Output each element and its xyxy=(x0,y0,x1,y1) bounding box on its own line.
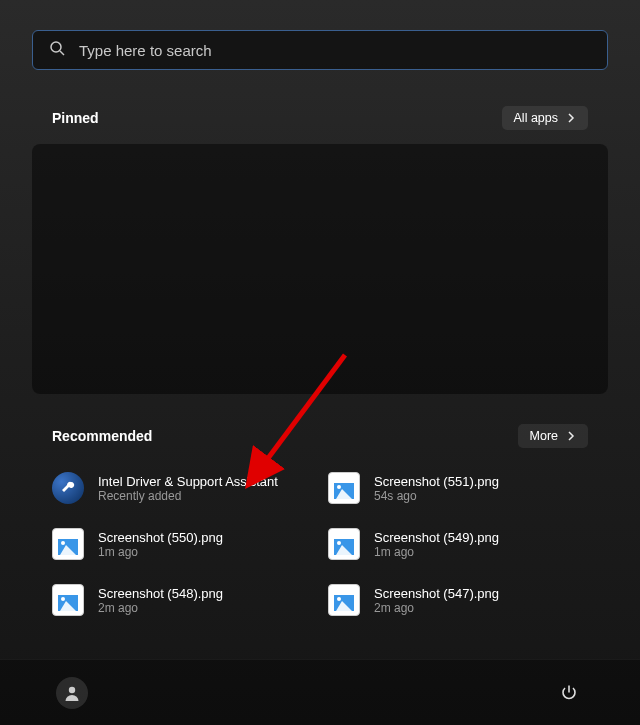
recommended-item-title: Screenshot (550).png xyxy=(98,530,223,545)
svg-point-0 xyxy=(51,42,61,52)
recommended-item-subtitle: 54s ago xyxy=(374,489,499,503)
start-menu: Pinned All apps Recommended More Int xyxy=(0,0,640,618)
svg-point-2 xyxy=(69,686,75,692)
image-file-icon xyxy=(328,528,360,560)
recommended-item-screenshot[interactable]: Screenshot (551).png 54s ago xyxy=(328,470,588,506)
intel-support-icon xyxy=(52,472,84,504)
recommended-item-screenshot[interactable]: Screenshot (550).png 1m ago xyxy=(52,526,312,562)
recommended-item-title: Screenshot (548).png xyxy=(98,586,223,601)
image-file-icon xyxy=(328,584,360,616)
recommended-item-title: Screenshot (549).png xyxy=(374,530,499,545)
pinned-header: Pinned All apps xyxy=(32,106,608,130)
recommended-item-intel[interactable]: Intel Driver & Support Assistant Recentl… xyxy=(52,470,312,506)
svg-line-1 xyxy=(60,51,64,55)
image-file-icon xyxy=(52,528,84,560)
recommended-grid: Intel Driver & Support Assistant Recentl… xyxy=(32,462,608,618)
recommended-item-screenshot[interactable]: Screenshot (547).png 2m ago xyxy=(328,582,588,618)
recommended-header: Recommended More xyxy=(32,424,608,448)
recommended-item-subtitle: 2m ago xyxy=(374,601,499,615)
person-icon xyxy=(63,684,81,702)
all-apps-label: All apps xyxy=(514,111,558,125)
search-icon xyxy=(49,40,65,60)
image-file-icon xyxy=(328,472,360,504)
recommended-item-subtitle: 1m ago xyxy=(374,545,499,559)
image-file-icon xyxy=(52,584,84,616)
more-label: More xyxy=(530,429,558,443)
search-input[interactable] xyxy=(79,42,591,59)
recommended-item-title: Screenshot (551).png xyxy=(374,474,499,489)
start-footer xyxy=(0,659,640,725)
all-apps-button[interactable]: All apps xyxy=(502,106,588,130)
chevron-right-icon xyxy=(566,431,576,441)
recommended-item-subtitle: 1m ago xyxy=(98,545,223,559)
recommended-item-subtitle: 2m ago xyxy=(98,601,223,615)
recommended-item-screenshot[interactable]: Screenshot (549).png 1m ago xyxy=(328,526,588,562)
chevron-right-icon xyxy=(566,113,576,123)
recommended-item-title: Intel Driver & Support Assistant xyxy=(98,474,278,489)
recommended-item-title: Screenshot (547).png xyxy=(374,586,499,601)
recommended-item-screenshot[interactable]: Screenshot (548).png 2m ago xyxy=(52,582,312,618)
search-box[interactable] xyxy=(32,30,608,70)
pinned-title: Pinned xyxy=(52,110,99,126)
recommended-item-subtitle: Recently added xyxy=(98,489,278,503)
power-button[interactable] xyxy=(554,678,584,708)
recommended-title: Recommended xyxy=(52,428,152,444)
pinned-apps-area[interactable] xyxy=(32,144,608,394)
more-button[interactable]: More xyxy=(518,424,588,448)
user-account-button[interactable] xyxy=(56,677,88,709)
power-icon xyxy=(560,684,578,702)
